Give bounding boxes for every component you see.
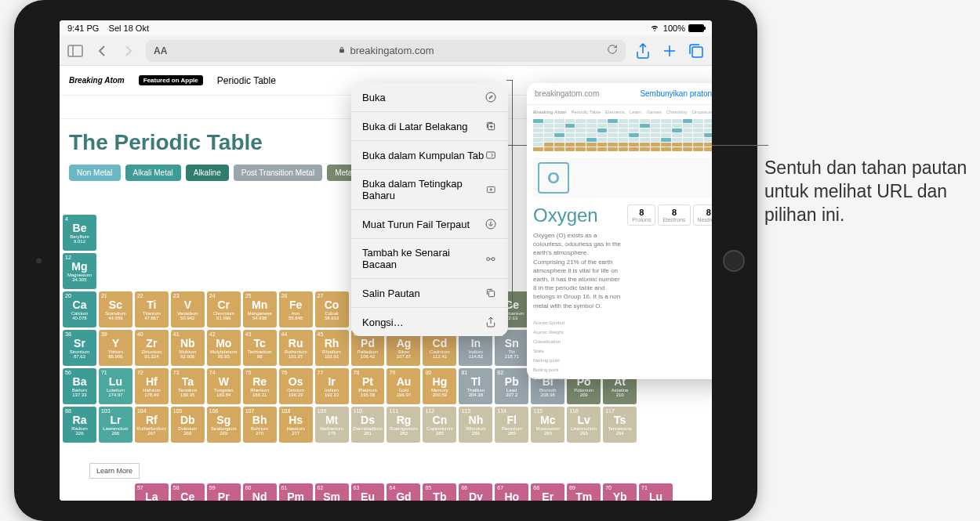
element-cell[interactable]: 26FeIron55.845 bbox=[279, 291, 313, 327]
element-cell[interactable]: 116LvLivermorium293 bbox=[567, 407, 601, 443]
element-cell[interactable]: 111RgRoentgenium282 bbox=[387, 407, 420, 443]
element-cell[interactable]: 107BhBohrium270 bbox=[243, 407, 277, 443]
element-cell[interactable]: 71LuLutetium174.967 bbox=[639, 483, 673, 501]
element-cell[interactable]: 66DyDysprosium162.5 bbox=[459, 483, 492, 501]
element-cell[interactable]: 88RaRadium226 bbox=[63, 407, 96, 443]
element-cell[interactable]: 115McMoscovium290 bbox=[531, 407, 564, 443]
element-cell[interactable]: 71LuLutetium174.97 bbox=[99, 368, 132, 404]
new-window-icon bbox=[485, 183, 497, 196]
element-cell[interactable]: 22TiTitanium47.867 bbox=[135, 291, 169, 327]
element-cell[interactable]: 59PrPraseodymium140.908 bbox=[207, 483, 241, 501]
element-cell[interactable]: 23VVanadium50.942 bbox=[171, 291, 205, 327]
element-cell[interactable]: 42MoMolybdenum95.95 bbox=[207, 330, 241, 366]
legend-item[interactable]: Alkali Metal bbox=[125, 165, 181, 181]
stat-box: 8Protons bbox=[627, 204, 655, 226]
element-cell[interactable]: 78PtPlatinum195.08 bbox=[351, 368, 385, 404]
element-cell[interactable]: 72HfHafnium178.49 bbox=[135, 368, 169, 404]
element-cell[interactable]: 70YbYtterbium173.045 bbox=[603, 483, 637, 501]
element-cell[interactable]: 38SrStrontium87.62 bbox=[63, 330, 96, 366]
context-menu-item[interactable]: Tambah ke Senarai Bacaan bbox=[351, 239, 508, 279]
element-cell[interactable]: 80HgMercury200.59 bbox=[423, 368, 456, 404]
compass-icon bbox=[485, 91, 497, 103]
element-cell[interactable]: 67HoHolmium164.93 bbox=[495, 483, 528, 501]
nav-periodic-table[interactable]: Periodic Table bbox=[217, 75, 276, 86]
element-cell[interactable]: 117TsTennessine294 bbox=[603, 407, 637, 443]
element-cell[interactable]: 62SmSamarium150.36 bbox=[315, 483, 349, 501]
url-text: breakingatom.com bbox=[350, 45, 434, 56]
element-cell[interactable]: 109MtMeitnerium278 bbox=[315, 407, 349, 443]
reload-button[interactable] bbox=[607, 44, 618, 57]
element-cell[interactable]: 106SgSeaborgium269 bbox=[207, 407, 241, 443]
text-size-button[interactable]: AA bbox=[154, 45, 167, 56]
address-bar[interactable]: AA breakingatom.com bbox=[146, 40, 626, 62]
element-cell[interactable]: 20CaCalcium40.078 bbox=[63, 291, 96, 327]
element-cell[interactable]: 108HsHassium277 bbox=[279, 407, 313, 443]
element-cell[interactable]: 110DsDarmstadtium281 bbox=[351, 407, 385, 443]
element-cell[interactable]: 103LrLawrencium266 bbox=[99, 407, 132, 443]
status-bar: 9:41 PG Sel 18 Okt 100% bbox=[60, 20, 712, 36]
element-cell[interactable]: 61PmPromethium145 bbox=[279, 483, 313, 501]
element-cell[interactable]: 58CeCerium140.116 bbox=[171, 483, 205, 501]
context-menu-item[interactable]: Kongsi… bbox=[351, 308, 508, 336]
element-cell[interactable]: 43TcTechnetium98 bbox=[243, 330, 277, 366]
element-cell[interactable]: 113NhNihonium286 bbox=[459, 407, 492, 443]
legend-item[interactable]: Non Metal bbox=[69, 165, 121, 181]
context-menu-item[interactable]: Buka bbox=[351, 83, 508, 112]
element-cell[interactable]: 79AuGold196.97 bbox=[387, 368, 420, 404]
element-cell[interactable]: 104RfRutherfordium267 bbox=[135, 407, 169, 443]
preview-mini-nav: Breaking Atom Periodic Table Elements Le… bbox=[533, 110, 712, 114]
forward-button[interactable] bbox=[119, 42, 138, 60]
context-menu-item[interactable]: Salin Pautan bbox=[351, 279, 508, 308]
element-cell[interactable]: 4BeBeryllium9.012 bbox=[63, 215, 96, 251]
element-cell[interactable]: 76OsOsmium190.23 bbox=[279, 368, 313, 404]
element-cell[interactable]: 68ErErbium167.259 bbox=[531, 483, 564, 501]
context-menu-item[interactable]: Buka dalam Kumpulan Tab bbox=[351, 141, 508, 170]
context-menu-item[interactable]: Muat Turun Fail Terpaut bbox=[351, 210, 508, 239]
element-cell[interactable]: 65TbTerbium158.925 bbox=[423, 483, 456, 501]
element-cell[interactable]: 64GdGadolinium157.25 bbox=[387, 483, 420, 501]
new-tab-button[interactable] bbox=[660, 42, 679, 60]
element-cell[interactable]: 73TaTantalum180.95 bbox=[171, 368, 205, 404]
element-cell[interactable]: 74WTungsten183.84 bbox=[207, 368, 241, 404]
status-time: 9:41 PG bbox=[67, 24, 99, 33]
preview-element-title: Oxygen bbox=[533, 204, 621, 226]
sidebar-button[interactable] bbox=[66, 42, 85, 60]
element-cell[interactable]: 56BaBarium137.33 bbox=[63, 368, 96, 404]
element-cell[interactable]: 82PbLead207.2 bbox=[495, 368, 528, 404]
element-cell[interactable]: 114FlFlerovium289 bbox=[495, 407, 528, 443]
element-cell[interactable]: 57LaLanthanum138.905 bbox=[135, 483, 169, 501]
element-cell[interactable]: 60NdNeodymium144.242 bbox=[243, 483, 277, 501]
context-menu-item[interactable]: Buka di Latar Belakang bbox=[351, 112, 508, 141]
context-menu-item[interactable]: Buka dalam Tetingkap Baharu bbox=[351, 170, 508, 210]
element-cell[interactable]: 77IrIridium192.22 bbox=[315, 368, 349, 404]
element-cell[interactable]: 45RhRhodium102.91 bbox=[315, 330, 349, 366]
element-cell[interactable]: 21ScScandium44.956 bbox=[99, 291, 132, 327]
element-cell[interactable]: 69TmThulium168.934 bbox=[567, 483, 601, 501]
home-button[interactable] bbox=[723, 250, 745, 272]
back-button[interactable] bbox=[93, 42, 111, 60]
element-cell[interactable]: 27CoCobalt58.933 bbox=[315, 291, 349, 327]
element-cell[interactable]: 63EuEuropium151.964 bbox=[351, 483, 385, 501]
element-cell[interactable]: 105DbDubnium268 bbox=[171, 407, 205, 443]
stat-box: 8Neutrons bbox=[693, 204, 712, 226]
share-button[interactable] bbox=[633, 42, 652, 60]
element-cell[interactable]: 40ZrZirconium91.224 bbox=[135, 330, 169, 366]
element-cell[interactable]: 75ReRhenium186.21 bbox=[243, 368, 277, 404]
legend-item[interactable]: Alkaline bbox=[186, 165, 229, 181]
element-cell[interactable]: 24CrChromium51.996 bbox=[207, 291, 241, 327]
callout-text: Sentuh dan tahan pautan untuk melihat UR… bbox=[764, 157, 968, 227]
hide-preview-button[interactable]: Sembunyikan pratonton bbox=[640, 89, 712, 98]
element-cell[interactable]: 41NbNiobium92.906 bbox=[171, 330, 205, 366]
learn-more-button[interactable]: Learn More bbox=[89, 463, 140, 479]
element-cell[interactable]: 12MgMagnesium24.305 bbox=[63, 253, 96, 289]
element-cell[interactable]: 44RuRuthenium101.07 bbox=[279, 330, 313, 366]
tabs-button[interactable] bbox=[687, 42, 706, 60]
element-cell[interactable]: 81TlThallium204.38 bbox=[459, 368, 492, 404]
link-preview-popup[interactable]: breakingatom.com Sembunyikan pratonton B… bbox=[527, 83, 712, 379]
share-icon bbox=[485, 316, 497, 328]
element-cell[interactable]: 39YYttrium88.906 bbox=[99, 330, 132, 366]
element-cell[interactable]: 112CnCopernicium285 bbox=[423, 407, 456, 443]
site-logo[interactable]: Breaking Atom bbox=[69, 77, 125, 85]
legend-item[interactable]: Post Transition Metal bbox=[234, 165, 322, 181]
element-cell[interactable]: 25MnManganese54.938 bbox=[243, 291, 277, 327]
